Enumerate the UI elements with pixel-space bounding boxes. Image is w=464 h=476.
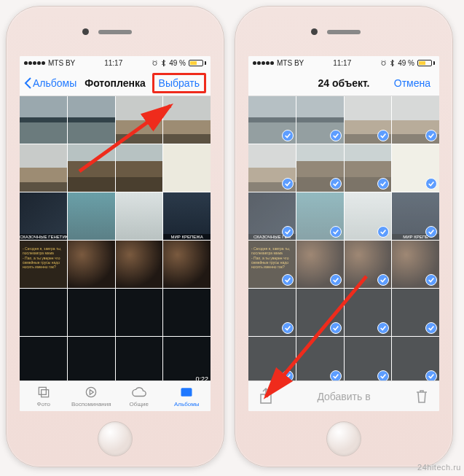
video-thumb[interactable]: 0:22 [163, 337, 211, 381]
photo-grid[interactable]: СКАЗОЧНЫЕ ГЕНЕТИКИ МИР КРЕПЕЖА - Сегодня… [20, 96, 211, 381]
tab-albums[interactable]: Альбомы [163, 381, 211, 411]
alarm-icon [380, 60, 387, 66]
tab-label: Альбомы [174, 401, 199, 407]
thumb-caption: МИР КРЕПЕЖА [163, 234, 211, 240]
bluetooth-icon [390, 59, 395, 67]
photo-thumb[interactable]: - Сегодня я, завтра ты, послезавтра мама… [20, 241, 67, 288]
photo-thumb[interactable] [392, 241, 439, 288]
photo-thumb[interactable] [163, 96, 211, 144]
photo-thumb[interactable] [68, 289, 115, 336]
photo-thumb[interactable] [68, 337, 115, 381]
photo-thumb[interactable] [296, 192, 344, 240]
selected-check-icon [330, 274, 342, 286]
photo-thumb[interactable] [392, 144, 439, 192]
selected-check-icon [282, 370, 294, 381]
photo-thumb[interactable]: СКАЗОЧНЫЕ ГЕН [248, 192, 296, 240]
photo-thumb[interactable] [345, 144, 392, 192]
battery-icon [189, 60, 206, 66]
photo-thumb[interactable]: МИР КРЕПЕЖА [163, 192, 211, 240]
photo-thumb[interactable] [163, 144, 211, 192]
photo-thumb[interactable] [163, 241, 211, 288]
thumb-caption: МИР КРЕПЕ [392, 234, 439, 240]
watermark: 24hitech.ru [417, 463, 461, 472]
alarm-icon [152, 60, 158, 66]
cancel-button[interactable]: Отмена [390, 75, 435, 91]
photo-thumb[interactable] [248, 96, 296, 144]
memories-icon [84, 385, 98, 399]
battery-percent: 49 % [398, 59, 414, 67]
trash-icon [414, 389, 429, 405]
cloud-icon [131, 385, 147, 399]
photo-thumb[interactable] [392, 96, 439, 144]
photo-thumb[interactable]: МИР КРЕПЕ [392, 192, 439, 240]
home-button[interactable] [98, 421, 133, 456]
photo-thumb[interactable] [248, 144, 296, 192]
photo-thumb[interactable] [68, 241, 115, 288]
thumb-text: - Сегодня я, завтра ты, послезавтра мама… [23, 246, 64, 269]
photo-thumb[interactable] [345, 96, 392, 144]
photo-thumb[interactable] [296, 337, 344, 381]
photo-thumb[interactable] [296, 241, 344, 288]
svg-rect-2 [41, 390, 48, 397]
tab-shared[interactable]: Общие [115, 381, 163, 411]
photo-thumb[interactable] [116, 241, 163, 288]
photos-icon [36, 385, 51, 399]
clock: 11:17 [333, 59, 351, 67]
photo-thumb[interactable] [116, 192, 163, 240]
photo-thumb[interactable] [345, 337, 392, 381]
tab-label: Фото [37, 401, 50, 407]
nav-bar: Альбомы Фотопленка Выбрать [20, 70, 211, 96]
share-button[interactable] [259, 388, 273, 405]
selection-toolbar: Добавить в [248, 381, 439, 411]
photo-thumb[interactable]: СКАЗОЧНЫЕ ГЕНЕТИКИ [20, 192, 67, 240]
photo-grid[interactable]: СКАЗОЧНЫЕ ГЕН МИР КРЕПЕ - Сегодня я, зав… [248, 96, 439, 381]
photo-thumb[interactable] [248, 337, 296, 381]
selected-check-icon [330, 370, 342, 381]
tab-bar: Фото Воспоминания Общие Альбомы [20, 381, 211, 411]
photo-thumb[interactable] [296, 144, 344, 192]
carrier-label: MTS BY [277, 59, 304, 67]
photo-thumb[interactable] [392, 289, 439, 336]
photo-thumb[interactable] [163, 289, 211, 336]
photo-thumb[interactable] [116, 144, 163, 192]
thumb-caption: СКАЗОЧНЫЕ ГЕН [248, 234, 296, 240]
photo-thumb[interactable] [20, 96, 67, 144]
photo-thumb[interactable] [68, 192, 115, 240]
thumb-text: - Сегодня я, завтра ты, послезавтра мама… [251, 246, 293, 269]
thumb-caption: СКАЗОЧНЫЕ ГЕНЕТИКИ [20, 234, 67, 240]
delete-button[interactable] [414, 389, 429, 405]
photo-thumb[interactable] [116, 289, 163, 336]
nav-bar: 24 объект. Отмена [248, 70, 439, 96]
photo-thumb[interactable] [68, 144, 115, 192]
selected-check-icon [330, 322, 342, 334]
back-button[interactable]: Альбомы [24, 77, 76, 89]
screen-right: MTS BY 11:17 49 % 24 объект. Отмена [248, 56, 439, 411]
photo-thumb[interactable] [116, 96, 163, 144]
selected-check-icon [377, 226, 389, 238]
selected-check-icon [330, 226, 342, 238]
photo-thumb[interactable] [345, 289, 392, 336]
video-thumb[interactable] [392, 337, 439, 381]
tab-photos[interactable]: Фото [20, 381, 68, 411]
photo-thumb[interactable] [68, 96, 115, 144]
tab-memories[interactable]: Воспоминания [68, 381, 116, 411]
photo-thumb[interactable] [345, 192, 392, 240]
photo-thumb[interactable] [296, 96, 344, 144]
svg-point-3 [87, 387, 96, 397]
chevron-left-icon [24, 77, 31, 89]
screen-left: MTS BY 11:17 49 % Альбомы Фотопленка [20, 56, 211, 411]
selected-check-icon [425, 274, 437, 286]
photo-thumb[interactable] [248, 289, 296, 336]
photo-thumb[interactable] [20, 289, 67, 336]
add-to-button[interactable]: Добавить в [248, 391, 439, 402]
selected-check-icon [425, 370, 437, 381]
photo-thumb[interactable] [296, 289, 344, 336]
photo-thumb[interactable] [345, 241, 392, 288]
photo-thumb[interactable]: - Сегодня я, завтра ты, послезавтра мама… [248, 241, 296, 288]
select-button[interactable]: Выбрать [152, 73, 206, 93]
photo-thumb[interactable] [20, 144, 67, 192]
photo-thumb[interactable] [116, 337, 163, 381]
photo-thumb[interactable] [20, 337, 67, 381]
home-button[interactable] [326, 421, 361, 456]
svg-point-0 [153, 61, 157, 65]
